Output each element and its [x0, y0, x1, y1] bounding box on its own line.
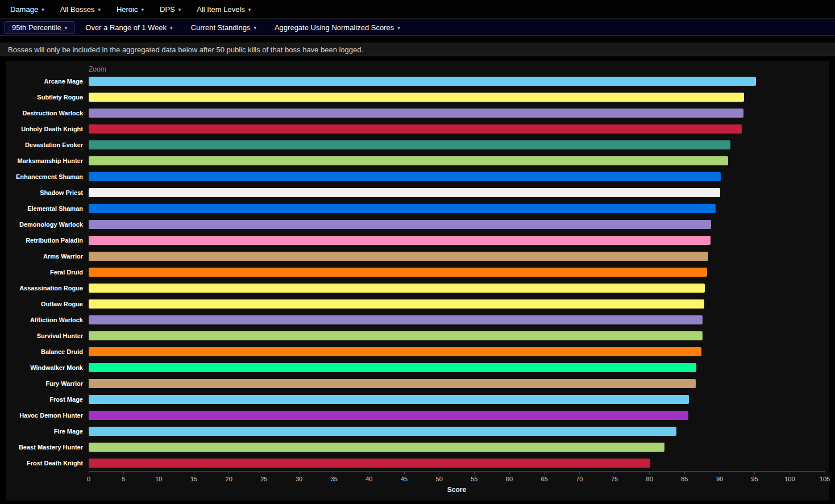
- filter-standings[interactable]: Current Standings▾: [184, 21, 264, 34]
- category-label: Demonology Warlock: [6, 221, 89, 228]
- tick-mark: [824, 472, 825, 474]
- axis-tick: 20: [226, 472, 232, 482]
- category-label: Frost Death Knight: [6, 460, 89, 466]
- category-label: Retribution Paladin: [6, 237, 89, 244]
- category-label: Devastation Evoker: [6, 141, 89, 148]
- bar[interactable]: [89, 379, 696, 388]
- filter-aggregation[interactable]: Aggregate Using Normalized Scores▾: [267, 21, 408, 34]
- caret-down-icon: ▾: [170, 24, 173, 31]
- category-label: Enhancement Shaman: [6, 173, 89, 180]
- bar[interactable]: [89, 236, 711, 245]
- chart-row: Enhancement Shaman: [6, 169, 829, 185]
- bar[interactable]: [89, 172, 721, 181]
- tick-mark: [790, 472, 790, 474]
- axis-tick: 80: [646, 472, 653, 482]
- bar[interactable]: [89, 427, 676, 436]
- axis-tick: 105: [820, 472, 830, 482]
- bar-track: [89, 284, 825, 293]
- bar-track: [89, 427, 825, 436]
- tick-label: 40: [365, 476, 372, 482]
- menu-all-item-levels[interactable]: All Item Levels▾: [189, 0, 259, 18]
- chart-row: Frost Mage: [6, 391, 829, 407]
- bar[interactable]: [89, 188, 720, 197]
- chart-row: Arcane Mage: [6, 73, 829, 89]
- tick-label: 75: [611, 476, 618, 482]
- bar[interactable]: [89, 331, 703, 340]
- bar[interactable]: [89, 77, 756, 86]
- bar[interactable]: [89, 252, 708, 261]
- category-label: Arms Warrior: [6, 253, 89, 260]
- menu-damage[interactable]: Damage▾: [2, 0, 52, 18]
- axis-tick: 5: [122, 472, 126, 482]
- bar-track: [89, 188, 825, 197]
- category-label: Fury Warrior: [6, 380, 89, 387]
- menu-heroic[interactable]: Heroic▾: [109, 0, 152, 18]
- chart-row: Devastation Evoker: [6, 137, 829, 153]
- tick-mark: [404, 472, 405, 474]
- axis-tick: 35: [331, 472, 338, 482]
- bar[interactable]: [89, 347, 701, 356]
- category-label: Survival Hunter: [6, 332, 89, 339]
- bar[interactable]: [89, 140, 730, 149]
- bar[interactable]: [89, 443, 664, 452]
- chart-row: Survival Hunter: [6, 328, 829, 344]
- axis-tick: 40: [365, 472, 372, 482]
- category-label: Frost Mage: [6, 396, 89, 403]
- tick-mark: [684, 472, 685, 474]
- bar[interactable]: [89, 459, 650, 468]
- bar[interactable]: [89, 395, 689, 404]
- axis-tick: 60: [506, 472, 513, 482]
- tick-label: 20: [226, 476, 232, 482]
- filter-percentile[interactable]: 95th Percentile▾: [5, 21, 74, 34]
- bar-track: [89, 331, 825, 340]
- category-label: Destruction Warlock: [6, 110, 89, 116]
- caret-down-icon: ▾: [397, 24, 400, 31]
- bar-track: [89, 395, 825, 404]
- chart-row: Destruction Warlock: [6, 105, 829, 121]
- bar[interactable]: [89, 124, 742, 134]
- bar-track: [89, 236, 825, 245]
- tick-mark: [579, 472, 580, 474]
- bar[interactable]: [89, 268, 707, 277]
- bar[interactable]: [89, 93, 744, 102]
- chart-row: Frost Death Knight: [6, 455, 829, 471]
- chart-row: Fury Warrior: [6, 376, 829, 391]
- bar[interactable]: [89, 220, 711, 229]
- caret-down-icon: ▾: [178, 6, 181, 13]
- chart-row: Windwalker Monk: [6, 360, 829, 376]
- bar[interactable]: [89, 204, 716, 213]
- menu-dps-label: DPS: [160, 5, 175, 14]
- axis-ticks: 0510152025303540455055606570758085909510…: [89, 471, 825, 485]
- tick-label: 100: [784, 476, 795, 482]
- bar[interactable]: [89, 363, 696, 372]
- bar-track: [89, 315, 825, 324]
- bar[interactable]: [89, 315, 703, 324]
- chart-row: Marksmanship Hunter: [6, 153, 829, 169]
- bar[interactable]: [89, 109, 743, 118]
- menu-all-bosses[interactable]: All Bosses▾: [52, 0, 109, 18]
- category-label: Beast Mastery Hunter: [6, 444, 89, 451]
- bar-track: [89, 363, 825, 372]
- axis-spacer: [6, 486, 89, 494]
- filter-menu-bar: 95th Percentile▾Over a Range of 1 Week▾C…: [0, 19, 835, 36]
- chart-row: Unholy Death Knight: [6, 121, 829, 137]
- tick-mark: [123, 472, 124, 474]
- menu-dps[interactable]: DPS▾: [152, 0, 189, 18]
- chart-row: Elemental Shaman: [6, 201, 829, 216]
- tick-label: 45: [401, 476, 408, 482]
- chart-row: Havoc Demon Hunter: [6, 407, 829, 423]
- tick-label: 65: [541, 476, 548, 482]
- bar-track: [89, 172, 825, 181]
- category-label: Elemental Shaman: [6, 205, 89, 212]
- category-label: Unholy Death Knight: [6, 126, 89, 132]
- bar[interactable]: [89, 299, 704, 309]
- bar[interactable]: [89, 156, 728, 165]
- bar-track: [89, 156, 825, 165]
- axis-tick: 50: [436, 472, 443, 482]
- bar[interactable]: [89, 411, 688, 420]
- chart-row: Arms Warrior: [6, 248, 829, 264]
- axis-tick: 65: [541, 472, 548, 482]
- filter-time-range[interactable]: Over a Range of 1 Week▾: [78, 21, 180, 34]
- chart-row: Retribution Paladin: [6, 232, 829, 248]
- bar[interactable]: [89, 284, 705, 293]
